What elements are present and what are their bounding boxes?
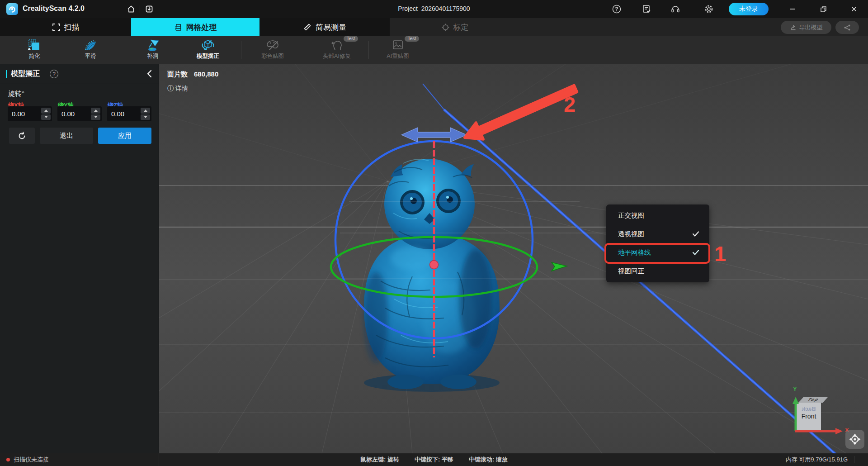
collapse-panel-icon[interactable] [145, 69, 154, 78]
tab-mesh-label: 网格处理 [186, 22, 217, 33]
feedback-icon[interactable] [641, 4, 652, 14]
info-icon: ⓘ [167, 85, 174, 92]
tool-smooth[interactable]: 平滑 [66, 36, 115, 64]
color-texture-icon [265, 39, 280, 52]
rotate-z-increment[interactable] [141, 108, 150, 114]
rotate-x-increment[interactable] [41, 108, 51, 114]
menu-item-reset-view[interactable]: 视图回正 [606, 262, 709, 281]
hint-pan: 中键按下: 平移 [415, 456, 453, 464]
details-link[interactable]: ⓘ 详情 [167, 85, 188, 93]
rotate-y-input[interactable] [57, 106, 90, 121]
details-label: 详情 [175, 85, 188, 92]
rotation-gizmo [331, 128, 567, 357]
simplify-icon [27, 39, 42, 52]
support-headset-icon[interactable] [670, 4, 681, 14]
viewport-3d[interactable]: 面片数680,880 ⓘ 详情 [159, 64, 868, 453]
rotate-y-stepper [57, 106, 102, 121]
tool-ai-retexture-label: AI重贴图 [387, 52, 409, 60]
cube-front-face[interactable]: Back Front [797, 403, 821, 430]
tab-calibrate-label: 标定 [453, 22, 469, 33]
tab-measure[interactable]: 简易测量 [259, 18, 390, 36]
rotate-y-decrement[interactable] [91, 114, 100, 120]
title-bar: CrealityScan 4.2.0 Project_2026040117590… [0, 0, 868, 18]
tab-scan-label: 扫描 [64, 22, 80, 33]
tool-fill-holes[interactable]: 补洞 [128, 36, 178, 64]
scene-3d [159, 64, 868, 453]
rotate-x-stepper [8, 106, 52, 121]
apply-button[interactable]: 应用 [98, 128, 151, 144]
rotate-z-stepper [107, 106, 151, 121]
tab-mesh-processing[interactable]: 网格处理 [131, 18, 259, 36]
tool-color-texture[interactable]: 彩色贴图 [248, 36, 297, 64]
menu-item-perspective[interactable]: 透视视图 [606, 225, 709, 243]
login-button[interactable]: 未登录 [729, 3, 769, 15]
statusbar-divider [854, 456, 854, 463]
memory-status: 内存 可用9.79G/15.91G [786, 453, 854, 466]
mouse-hints: 鼠标左键: 旋转 中键按下: 平移 中键滚动: 缩放 [0, 453, 868, 466]
tool-ai-retexture[interactable]: Test AI重贴图 [373, 36, 423, 64]
orient-model-panel: 模型摆正 ? 旋转° 绕X轴 绕Y轴 绕Z轴 退出 应用 [0, 64, 159, 453]
navigation-cube[interactable]: Y X Top Back Front [791, 389, 850, 438]
test-badge: Test [344, 36, 358, 42]
help-circle-icon[interactable] [611, 4, 622, 14]
share-icon [844, 24, 851, 31]
minimize-button[interactable] [787, 4, 798, 14]
reset-rotation-button[interactable] [9, 128, 35, 144]
memory-text: 内存 可用9.79G/15.91G [786, 456, 848, 464]
tool-orient-model[interactable]: 模型摆正 [183, 36, 233, 64]
check-icon [692, 231, 699, 237]
share-button[interactable] [835, 21, 859, 34]
creality-scan-window: CrealityScan 4.2.0 Project_2026040117590… [0, 0, 868, 466]
panel-help-icon[interactable]: ? [50, 70, 58, 78]
rotate-x-decrement[interactable] [41, 114, 51, 120]
reset-icon [18, 132, 26, 140]
rotate-x-input[interactable] [8, 106, 40, 121]
annotation-step2: 2 [564, 92, 576, 117]
restore-button[interactable] [817, 4, 829, 14]
panel-title: 模型摆正 [11, 69, 40, 79]
hint-zoom: 中键滚动: 缩放 [469, 456, 508, 464]
status-bar: 扫描仪未连接 鼠标左键: 旋转 中键按下: 平移 中键滚动: 缩放 内存 可用9… [0, 453, 868, 466]
toolbar-divider [241, 41, 241, 59]
menu-item-label: 视图回正 [618, 267, 644, 276]
face-count-value: 680,880 [194, 70, 218, 78]
tool-simplify-label: 简化 [29, 52, 40, 60]
exit-button[interactable]: 退出 [40, 128, 93, 144]
rotation-label: 旋转° [8, 90, 24, 98]
tab-measure-label: 简易测量 [316, 22, 346, 33]
tab-calibrate[interactable]: 标定 [428, 18, 482, 36]
orient-model-icon [200, 39, 216, 52]
orbit-icon [849, 433, 861, 446]
hint-rotate: 鼠标左键: 旋转 [360, 456, 399, 464]
toolbar-divider [368, 41, 369, 59]
tool-ai-head-repair[interactable]: Test 头部AI修复 [312, 36, 362, 64]
export-model-button[interactable]: 导出模型 [781, 21, 831, 34]
face-count: 面片数680,880 [167, 70, 218, 79]
tool-fill-holes-label: 补洞 [147, 52, 159, 60]
menu-item-label: 正交视图 [618, 211, 644, 220]
rotate-z-input[interactable] [107, 106, 140, 121]
tab-scan[interactable]: 扫描 [0, 18, 131, 36]
smooth-icon [83, 39, 98, 52]
mesh-toolbar: 简化 平滑 补洞 模型摆正 彩色贴图 Test 头部AI修复 Test [0, 36, 868, 64]
toolbar-divider [304, 41, 304, 59]
rotate-z-decrement[interactable] [141, 114, 150, 120]
cube-top-face[interactable]: Top [798, 397, 828, 403]
axis-y-tag: Y [793, 385, 797, 392]
face-count-label: 面片数 [167, 70, 188, 78]
fill-holes-icon [145, 39, 160, 52]
export-model-label: 导出模型 [799, 24, 823, 32]
tool-simplify[interactable]: 简化 [9, 36, 59, 64]
rotate-y-increment[interactable] [91, 108, 100, 114]
scanned-model-owl [364, 159, 500, 392]
tool-ai-head-repair-label: 头部AI修复 [323, 52, 351, 60]
menu-item-label: 透视视图 [618, 230, 644, 238]
view-settings-orbit-button[interactable] [845, 430, 864, 449]
menu-item-orthographic[interactable]: 正交视图 [606, 206, 709, 225]
tool-smooth-label: 平滑 [85, 52, 96, 60]
close-button[interactable] [848, 4, 860, 14]
export-icon [790, 24, 797, 31]
settings-gear-icon[interactable] [703, 4, 714, 14]
annotation-arrow [465, 86, 577, 139]
mode-tab-bar: 扫描 网格处理 简易测量 标定 导出模型 [0, 18, 868, 36]
